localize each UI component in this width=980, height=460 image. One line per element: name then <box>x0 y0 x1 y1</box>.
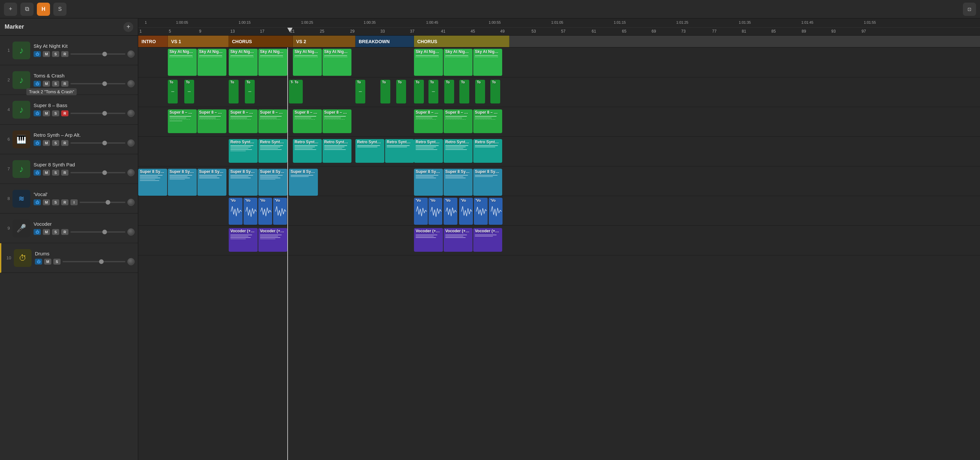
power-button[interactable]: ⏻ <box>33 200 41 205</box>
mute-button[interactable]: M <box>43 229 50 235</box>
mute-button[interactable]: M <box>43 140 50 146</box>
mute-button[interactable]: M <box>43 110 50 116</box>
clip[interactable]: 'Vo <box>489 198 503 225</box>
mute-button[interactable]: M <box>43 200 50 205</box>
clip[interactable]: Retro Synth – Ar <box>258 139 287 163</box>
clip[interactable]: To <box>475 80 485 104</box>
power-button[interactable]: ⏻ <box>33 81 41 87</box>
volume-knob[interactable] <box>127 169 135 176</box>
record-button[interactable]: R <box>61 110 68 116</box>
clip[interactable]: 'Vo <box>229 198 243 225</box>
power-button[interactable]: ⏻ <box>33 170 41 176</box>
clip[interactable]: Super 8 – Bass <box>323 109 352 133</box>
volume-knob[interactable] <box>127 228 135 236</box>
duplicate-button[interactable]: ⧉ <box>21 3 33 16</box>
track-fader[interactable] <box>70 83 126 85</box>
s-button[interactable]: S <box>53 3 67 16</box>
record-button[interactable]: R <box>61 140 68 146</box>
power-button[interactable]: ⏻ <box>33 110 41 116</box>
track-fader[interactable] <box>80 202 126 203</box>
clip[interactable]: To <box>293 80 303 104</box>
mute-button[interactable]: M <box>44 259 51 265</box>
track-fader[interactable] <box>70 53 126 55</box>
clip[interactable]: Super 8 – Bass <box>414 109 443 133</box>
clip[interactable]: To – <box>245 80 255 104</box>
clip[interactable]: Retro Synth – Ar <box>323 139 352 163</box>
volume-knob[interactable] <box>127 110 135 117</box>
volume-knob[interactable] <box>127 199 135 206</box>
clip[interactable]: Super 8 – Bas <box>258 109 287 133</box>
clip[interactable]: Super 8 Synth P <box>289 169 318 196</box>
clip[interactable]: Sky At Night Ki <box>258 49 287 76</box>
h-button[interactable]: H <box>37 3 50 16</box>
clip[interactable]: 'Vo <box>474 198 488 225</box>
clip[interactable]: Vocoder (+12) <box>444 228 473 252</box>
volume-knob[interactable] <box>127 258 135 265</box>
clip[interactable]: Vocoder (+12) <box>414 228 443 252</box>
add-button[interactable]: + <box>4 3 17 16</box>
add-marker-button[interactable]: + <box>123 22 133 32</box>
clip[interactable]: Super 8 Synth P <box>414 169 443 196</box>
track-fader[interactable] <box>70 113 126 114</box>
track-fader[interactable] <box>70 142 126 144</box>
clip[interactable]: Vocoder (+12) <box>229 228 258 252</box>
clip[interactable]: Super 8 Synth P <box>138 169 167 196</box>
clip[interactable]: Vocoder (+12) <box>473 228 502 252</box>
clip[interactable]: Super 8 Synth P <box>444 169 473 196</box>
record-button[interactable]: R <box>61 229 68 235</box>
volume-knob[interactable] <box>127 50 135 58</box>
mute-button[interactable]: M <box>43 81 50 87</box>
track-fader[interactable] <box>62 261 126 262</box>
clip[interactable]: Sky At Night Kit <box>229 49 258 76</box>
clip[interactable]: Super 8 – Bass <box>293 109 322 133</box>
mute-button[interactable]: M <box>43 51 50 57</box>
clip[interactable]: Sky At Night Kit <box>197 49 226 76</box>
clip[interactable]: Sky At Night Kit <box>293 49 322 76</box>
clip[interactable]: To – <box>355 80 365 104</box>
clip[interactable]: 'Vo <box>273 198 287 225</box>
track-fader[interactable] <box>70 231 126 233</box>
record-button[interactable]: R <box>61 170 68 176</box>
clip[interactable]: Super 8 Synth P <box>229 169 258 196</box>
clip[interactable]: Retro Synth – Ar <box>444 139 473 163</box>
clip[interactable]: 'Vo <box>444 198 457 225</box>
clip[interactable]: Super 8 – Bass <box>444 109 473 133</box>
solo-button[interactable]: S <box>52 110 59 116</box>
clip[interactable]: To <box>396 80 406 104</box>
clip[interactable]: Sky At Night Kit <box>323 49 352 76</box>
clip[interactable]: Sky At Night Kit <box>168 49 197 76</box>
clip[interactable]: 'Vo <box>414 198 428 225</box>
solo-button[interactable]: S <box>52 229 59 235</box>
clip[interactable]: 'Vo <box>243 198 257 225</box>
clip[interactable]: To – <box>428 80 438 104</box>
record-button[interactable]: R <box>61 200 68 205</box>
mute-button[interactable]: M <box>43 170 50 176</box>
clip[interactable]: To <box>460 80 469 104</box>
clip[interactable]: To <box>229 80 239 104</box>
solo-button[interactable]: S <box>52 140 59 146</box>
clip[interactable]: To <box>380 80 390 104</box>
clip[interactable]: Super 8 Synth P <box>258 169 287 196</box>
clip[interactable]: To <box>444 80 454 104</box>
clip[interactable]: To – <box>168 80 178 104</box>
clip[interactable]: Retro Synth – Ar <box>293 139 322 163</box>
power-button[interactable]: ⏻ <box>35 259 42 265</box>
clip[interactable]: Super 8 – Bass <box>168 109 197 133</box>
clip[interactable]: Sky At Night Kit <box>473 49 502 76</box>
clip[interactable]: Retro Synth – Ar <box>473 139 502 163</box>
volume-knob[interactable] <box>127 80 135 87</box>
clip[interactable]: Super 8 – Bass <box>229 109 258 133</box>
clip[interactable]: To <box>490 80 500 104</box>
clip[interactable]: Super 8 – Bass <box>473 109 502 133</box>
clip[interactable]: Super 8 Synth P <box>473 169 502 196</box>
power-button[interactable]: ⏻ <box>33 229 41 235</box>
volume-knob[interactable] <box>127 139 135 147</box>
clip[interactable]: To <box>414 80 424 104</box>
input-button[interactable]: I <box>70 200 78 205</box>
clip[interactable]: Retro Synth – Ar <box>229 139 258 163</box>
clip[interactable]: 'Vo <box>258 198 272 225</box>
clip[interactable]: To – <box>184 80 194 104</box>
track-fader[interactable] <box>70 172 126 173</box>
clip[interactable]: 'Vo <box>459 198 473 225</box>
screen-button[interactable]: ⊡ <box>963 3 976 16</box>
